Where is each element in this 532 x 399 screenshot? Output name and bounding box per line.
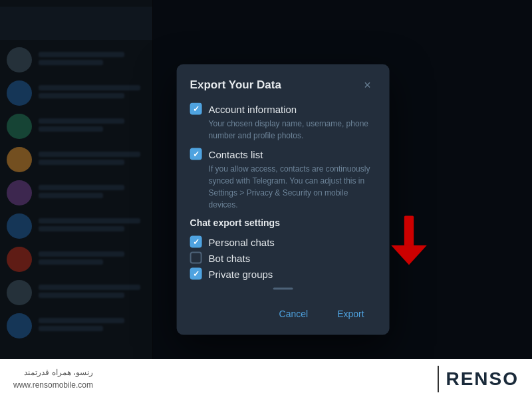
contacts-list-item: ✓ Contacts list If you allow access, con… [190,148,376,211]
modal-footer: Cancel Export [177,294,390,335]
contacts-list-label: Contacts list [209,148,263,160]
private-groups-label: Private groups [209,268,273,279]
cancel-button[interactable]: Cancel [267,303,321,325]
branding-text: رنسو، همراه قدرتمند www.rensomobile.com [13,366,93,392]
contacts-list-checkbox[interactable]: ✓ [190,148,202,160]
branding-line2: www.rensomobile.com [13,379,93,392]
modal-header: Export Your Data × [177,65,390,103]
private-groups-row[interactable]: ✓ Private groups [190,268,376,280]
private-groups-item: ✓ Private groups [190,268,376,280]
personal-chats-row[interactable]: ✓ Personal chats [190,236,376,248]
personal-chats-label: Personal chats [209,236,275,247]
account-info-description: Your chosen display name, username, phon… [209,118,376,142]
account-info-checkbox[interactable]: ✓ [190,103,202,115]
modal-title: Export Your Data [190,78,281,92]
export-modal: Export Your Data × ✓ Account information… [177,65,390,335]
export-button[interactable]: Export [325,303,376,325]
logo-text: RENSO [446,368,519,390]
bot-chats-label: Bot chats [209,252,251,263]
contacts-list-row[interactable]: ✓ Contacts list [190,148,376,160]
bot-chats-row[interactable]: Bot chats [190,252,376,264]
bot-chats-checkbox[interactable] [190,252,202,264]
checkmark-icon: ✓ [193,238,200,246]
close-button[interactable]: × [359,76,376,94]
chat-export-section-title: Chat export settings [190,217,376,228]
branding-line1: رنسو، همراه قدرتمند [13,366,93,379]
checkmark-icon: ✓ [193,105,200,113]
branding-logo: RENSO [438,366,519,392]
account-info-item: ✓ Account information Your chosen displa… [190,103,376,142]
bot-chats-item: Bot chats [190,252,376,264]
private-groups-checkbox[interactable]: ✓ [190,268,202,280]
modal-body: ✓ Account information Your chosen displa… [177,103,390,294]
contacts-list-description: If you allow access, contacts are contin… [209,163,376,211]
account-info-row[interactable]: ✓ Account information [190,103,376,115]
personal-chats-item: ✓ Personal chats [190,236,376,248]
checkmark-icon: ✓ [193,150,200,158]
checkmark-icon: ✓ [193,270,200,278]
branding-bar: رنسو، همراه قدرتمند www.rensomobile.com … [0,359,532,399]
account-info-label: Account information [209,103,297,114]
personal-chats-checkbox[interactable]: ✓ [190,236,202,248]
logo-divider [438,366,439,392]
